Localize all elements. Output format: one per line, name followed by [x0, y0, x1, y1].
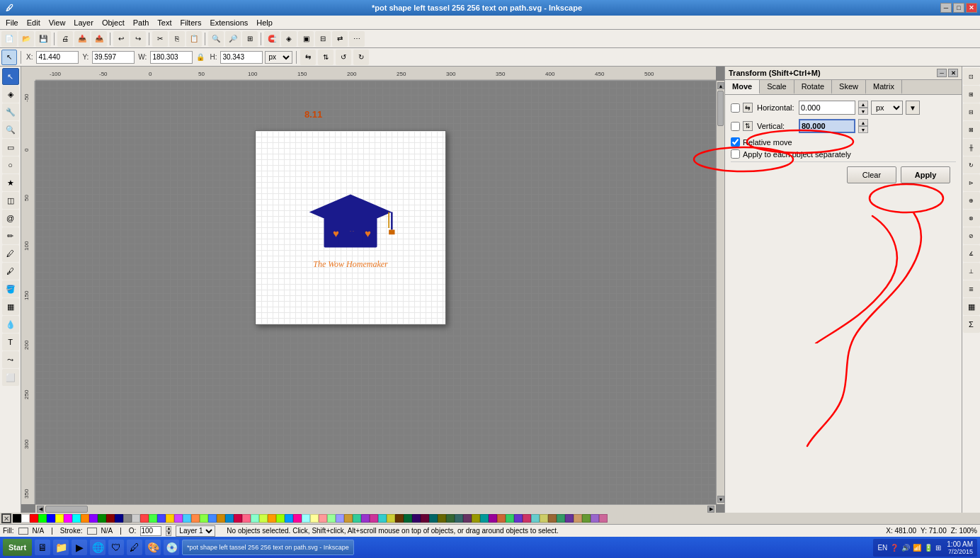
- color-swatch[interactable]: [548, 514, 557, 523]
- node-edit-btn[interactable]: ◈: [2, 86, 19, 103]
- transform-button[interactable]: ⇄: [332, 31, 348, 47]
- snap-grids-btn[interactable]: ⊠: [963, 121, 980, 138]
- menu-filters[interactable]: Filters: [176, 16, 206, 29]
- paint-bucket-btn[interactable]: 🪣: [2, 280, 19, 297]
- color-swatch[interactable]: [302, 514, 310, 523]
- menu-file[interactable]: File: [1, 16, 23, 29]
- text-tool-btn[interactable]: T: [2, 334, 19, 351]
- apply-button[interactable]: Apply: [901, 166, 950, 183]
- horizontal-spin-down[interactable]: ▼: [858, 108, 868, 115]
- align-button[interactable]: ⊟: [315, 31, 331, 47]
- color-swatch[interactable]: [72, 514, 81, 523]
- color-swatch[interactable]: [429, 514, 438, 523]
- taskbar-inkscape-icon[interactable]: 🖊: [127, 540, 142, 555]
- color-swatch[interactable]: [55, 514, 64, 523]
- select-tool-btn[interactable]: ↖: [2, 68, 19, 85]
- no-color-swatch[interactable]: ✕: [1, 513, 11, 523]
- horizontal-checkbox[interactable]: [731, 103, 740, 113]
- color-swatch[interactable]: [446, 514, 455, 523]
- zoom-fit-button[interactable]: ⊞: [242, 31, 258, 47]
- snap-perpendicular-btn[interactable]: ⊥: [963, 263, 980, 280]
- color-swatch[interactable]: [336, 514, 344, 523]
- color-swatch[interactable]: [421, 514, 429, 523]
- objects-btn[interactable]: ▦: [963, 298, 980, 315]
- color-swatch[interactable]: [395, 514, 404, 523]
- snap-nodes-btn[interactable]: ⊡: [963, 68, 980, 85]
- color-swatch[interactable]: [200, 514, 208, 523]
- color-swatch[interactable]: [98, 514, 106, 523]
- color-swatch[interactable]: [412, 514, 421, 523]
- color-swatch[interactable]: [268, 514, 276, 523]
- rect-tool-btn[interactable]: ▭: [2, 139, 19, 156]
- horizontal-scrollbar[interactable]: ◀ ▶: [35, 504, 716, 513]
- menu-extensions[interactable]: Extensions: [205, 16, 252, 29]
- menu-layer[interactable]: Layer: [69, 16, 98, 29]
- color-swatch[interactable]: [319, 514, 327, 523]
- calligraphy-btn[interactable]: 🖋: [2, 263, 19, 280]
- import-button[interactable]: 📥: [74, 31, 90, 47]
- rotate-cw-btn[interactable]: ↻: [353, 50, 369, 65]
- color-swatch[interactable]: [81, 514, 89, 523]
- menu-text[interactable]: Text: [153, 16, 176, 29]
- color-swatch[interactable]: [344, 514, 353, 523]
- horizontal-spin-up[interactable]: ▲: [858, 101, 868, 108]
- color-swatch[interactable]: [489, 514, 497, 523]
- taskbar-app-icon-5[interactable]: 🛡: [108, 540, 124, 555]
- snap-midpoint-btn[interactable]: ⊗: [963, 210, 980, 227]
- close-button[interactable]: ✕: [966, 3, 977, 13]
- color-swatch[interactable]: [21, 514, 30, 523]
- color-swatch[interactable]: [132, 514, 140, 523]
- 3d-box-btn[interactable]: ◫: [2, 192, 19, 209]
- copy-button[interactable]: ⎘: [169, 31, 185, 47]
- canvas-content[interactable]: 8.11: [35, 81, 716, 504]
- color-swatch[interactable]: [123, 514, 132, 523]
- color-swatch[interactable]: [242, 514, 251, 523]
- tweak-btn[interactable]: 🔧: [2, 103, 19, 120]
- color-swatch[interactable]: [30, 514, 38, 523]
- h-input[interactable]: [220, 51, 263, 64]
- snap-guide-btn[interactable]: ╫: [963, 139, 980, 156]
- ellipse-tool-btn[interactable]: ○: [2, 156, 19, 173]
- color-swatch[interactable]: [115, 514, 123, 523]
- unit-arrow-btn[interactable]: ▼: [906, 101, 920, 115]
- tab-rotate[interactable]: Rotate: [794, 80, 832, 94]
- color-swatch[interactable]: [353, 514, 361, 523]
- color-swatch[interactable]: [64, 514, 72, 523]
- redo-button[interactable]: ↪: [130, 31, 146, 47]
- color-swatch[interactable]: [361, 514, 370, 523]
- canvas-area[interactable]: -100 -50 0 50 100 150 200 250 300 350 40…: [21, 67, 724, 513]
- color-swatch[interactable]: [531, 514, 540, 523]
- color-swatch[interactable]: [514, 514, 523, 523]
- color-swatch[interactable]: [157, 514, 166, 523]
- menu-help[interactable]: Help: [252, 16, 277, 29]
- transform-unit-select[interactable]: px mm in: [871, 101, 903, 115]
- color-swatch[interactable]: [540, 514, 548, 523]
- color-swatch[interactable]: [217, 514, 225, 523]
- color-swatch[interactable]: [285, 514, 293, 523]
- color-swatch[interactable]: [149, 514, 157, 523]
- connector-btn[interactable]: ⤳: [2, 351, 19, 368]
- color-swatch[interactable]: [259, 514, 268, 523]
- zoom-out-button[interactable]: 🔎: [225, 31, 241, 47]
- menu-view[interactable]: View: [45, 16, 70, 29]
- vertical-spin-down[interactable]: ▼: [858, 126, 868, 133]
- maximize-button[interactable]: □: [953, 3, 964, 13]
- menu-object[interactable]: Object: [98, 16, 129, 29]
- taskbar-paint-icon[interactable]: 🎨: [145, 540, 161, 555]
- color-swatch[interactable]: [565, 514, 574, 523]
- color-swatch[interactable]: [225, 514, 234, 523]
- horizontal-input[interactable]: [799, 101, 855, 115]
- color-swatch[interactable]: [557, 514, 565, 523]
- transform-y-btn[interactable]: ⇅: [318, 50, 334, 65]
- taskbar-app-icon-8[interactable]: 💿: [164, 540, 179, 555]
- dropper-btn[interactable]: 💧: [2, 316, 19, 333]
- color-swatch[interactable]: [404, 514, 412, 523]
- snap-bbox-btn[interactable]: ⊞: [963, 86, 980, 103]
- color-swatch[interactable]: [276, 514, 285, 523]
- taskbar-app-icon-4[interactable]: 🌐: [90, 540, 106, 555]
- cut-button[interactable]: ✂: [152, 31, 168, 47]
- group-button[interactable]: ▣: [298, 31, 314, 47]
- color-swatch[interactable]: [370, 514, 378, 523]
- color-swatch[interactable]: [463, 514, 472, 523]
- node-button[interactable]: ◈: [281, 31, 297, 47]
